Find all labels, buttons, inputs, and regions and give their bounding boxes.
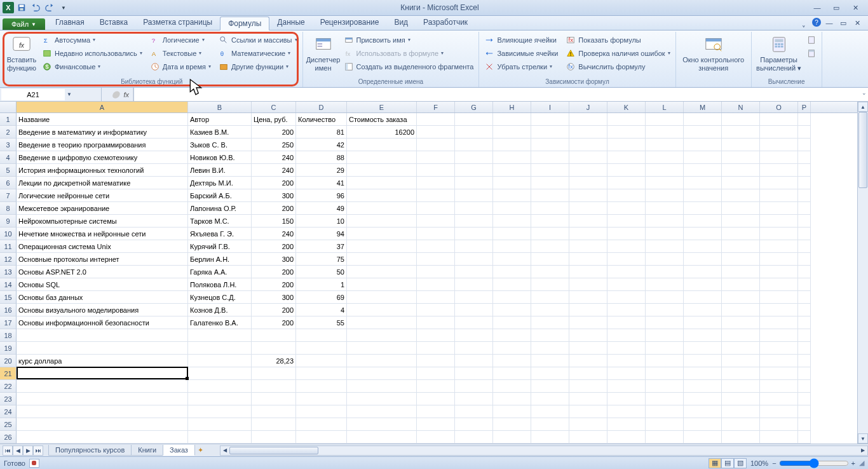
cell[interactable]: 49 [296, 202, 347, 215]
cell[interactable] [493, 418, 531, 431]
cell[interactable]: Галатенко В.А. [188, 316, 252, 329]
cell[interactable] [493, 304, 531, 316]
remove-arrows-button[interactable]: Убрать стрелки▾ [482, 60, 560, 73]
cell[interactable] [798, 215, 811, 228]
cell[interactable]: 41 [296, 177, 347, 189]
cell[interactable] [760, 316, 798, 329]
cell[interactable] [188, 329, 252, 342]
help-icon[interactable]: ? [812, 18, 821, 27]
cell[interactable] [531, 393, 569, 405]
cell[interactable] [760, 151, 798, 164]
cell[interactable] [531, 380, 569, 393]
cell[interactable] [684, 253, 722, 266]
sheet-tab[interactable]: Книги [131, 445, 163, 456]
zoom-out-icon[interactable]: − [772, 459, 776, 467]
cell[interactable] [607, 278, 646, 291]
cell[interactable] [760, 342, 798, 355]
cell[interactable] [531, 215, 569, 228]
cell[interactable]: Автор [188, 113, 252, 126]
cell[interactable]: 81 [296, 126, 347, 139]
cell[interactable] [531, 240, 569, 253]
cell[interactable] [646, 113, 684, 126]
cell[interactable] [646, 189, 684, 202]
row-header[interactable]: 6 [0, 177, 17, 189]
cell[interactable] [569, 316, 607, 329]
cell[interactable] [455, 189, 493, 202]
cell[interactable] [569, 151, 607, 164]
cell[interactable] [493, 393, 531, 405]
cell[interactable] [347, 177, 417, 189]
cell[interactable] [722, 113, 760, 126]
cell[interactable] [569, 164, 607, 177]
cell[interactable] [722, 164, 760, 177]
sheet-nav-first-icon[interactable]: ⏮ [3, 445, 13, 456]
row-header[interactable]: 11 [0, 240, 17, 253]
redo-icon[interactable] [43, 1, 56, 14]
vertical-scrollbar[interactable]: ▲ ▼ [857, 102, 868, 444]
cell[interactable] [760, 253, 798, 266]
col-header-J[interactable]: J [569, 102, 607, 112]
ribbon-minimize-icon[interactable]: ˬ [798, 18, 810, 28]
row-header[interactable]: 3 [0, 139, 17, 151]
cell[interactable] [722, 177, 760, 189]
select-all-button[interactable] [0, 102, 17, 112]
cell[interactable] [347, 151, 417, 164]
cell[interactable] [646, 367, 684, 380]
undo-icon[interactable] [29, 1, 42, 14]
row-header[interactable]: 5 [0, 164, 17, 177]
cell[interactable] [569, 126, 607, 139]
cell[interactable] [722, 393, 760, 405]
cell[interactable]: Основы баз данных [17, 291, 188, 304]
cell[interactable] [493, 266, 531, 278]
cell[interactable] [646, 405, 684, 418]
cell[interactable]: Основные протоколы интернет [17, 253, 188, 266]
cell[interactable] [646, 253, 684, 266]
cell[interactable] [798, 418, 811, 431]
new-sheet-button[interactable]: ✦ [194, 446, 207, 454]
cell[interactable] [531, 151, 569, 164]
cell[interactable]: 4 [296, 304, 347, 316]
cell[interactable] [722, 367, 760, 380]
col-header-L[interactable]: L [646, 102, 684, 112]
cell[interactable] [17, 342, 188, 355]
name-box-dropdown-icon[interactable]: ▼ [65, 92, 74, 97]
cell[interactable] [252, 367, 296, 380]
sheet-nav-next-icon[interactable]: ▶ [23, 445, 33, 456]
cell[interactable] [455, 151, 493, 164]
cell[interactable] [347, 139, 417, 151]
cell[interactable]: 300 [252, 291, 296, 304]
cell[interactable] [569, 253, 607, 266]
cell[interactable] [798, 380, 811, 393]
cell[interactable]: Барский А.Б. [188, 189, 252, 202]
cell[interactable] [455, 164, 493, 177]
cell[interactable] [607, 431, 646, 444]
cell[interactable] [722, 126, 760, 139]
close-button[interactable]: ✕ [848, 3, 863, 13]
cell[interactable] [493, 139, 531, 151]
row-header[interactable]: 9 [0, 215, 17, 228]
cell[interactable] [569, 342, 607, 355]
cell[interactable] [455, 418, 493, 431]
cell[interactable] [347, 418, 417, 431]
cell[interactable] [455, 126, 493, 139]
cell[interactable] [646, 355, 684, 367]
cell[interactable] [417, 291, 455, 304]
col-header-H[interactable]: H [493, 102, 531, 112]
cell[interactable] [798, 393, 811, 405]
cell[interactable] [607, 126, 646, 139]
cell[interactable]: 69 [296, 291, 347, 304]
cell[interactable]: Название [17, 113, 188, 126]
cell[interactable] [17, 367, 188, 380]
cell[interactable] [684, 215, 722, 228]
cell[interactable] [798, 304, 811, 316]
cell[interactable] [417, 380, 455, 393]
cell[interactable] [607, 380, 646, 393]
cell[interactable] [722, 240, 760, 253]
logical-button[interactable]: ?Логические▾ [147, 33, 214, 46]
cell[interactable] [684, 405, 722, 418]
col-header-M[interactable]: M [684, 102, 722, 112]
cell[interactable] [722, 380, 760, 393]
cell[interactable] [684, 278, 722, 291]
cell[interactable] [188, 342, 252, 355]
cell[interactable] [252, 431, 296, 444]
